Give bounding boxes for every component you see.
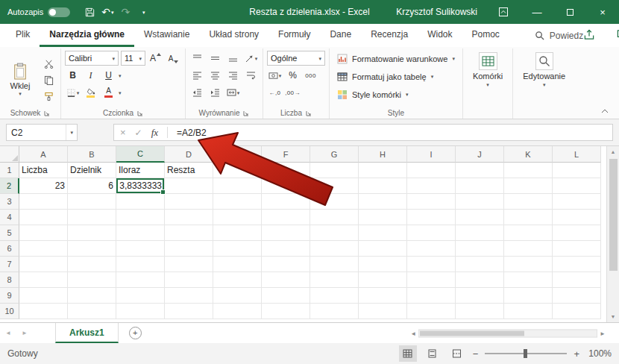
cell-C2[interactable]: 3,8333333 [116, 178, 165, 194]
cell-H7[interactable] [359, 257, 407, 272]
cell-I10[interactable] [407, 304, 456, 319]
cell-K5[interactable] [504, 225, 553, 241]
cell-B9[interactable] [68, 288, 116, 304]
cell-A9[interactable] [19, 288, 68, 304]
cell-K9[interactable] [504, 288, 553, 304]
cell-D4[interactable] [165, 210, 213, 225]
scroll-down-button[interactable]: ▼ [607, 311, 619, 322]
cell-K4[interactable] [504, 210, 553, 225]
cell-L5[interactable] [553, 225, 601, 241]
cell-F10[interactable] [262, 304, 310, 319]
cell-K7[interactable] [504, 257, 553, 272]
cell-G4[interactable] [310, 210, 359, 225]
normal-view-button[interactable] [399, 345, 417, 362]
cell-L10[interactable] [553, 304, 601, 319]
cell-C9[interactable] [116, 288, 165, 304]
formula-bar-splitter[interactable] [78, 124, 113, 141]
format-as-table-button[interactable]: Formatuj jako tabelę ▾ [333, 69, 459, 84]
cell-J4[interactable] [456, 210, 504, 225]
cell-D6[interactable] [165, 241, 213, 257]
column-header-G[interactable]: G [310, 146, 359, 163]
bold-button[interactable]: B [65, 68, 81, 83]
cell-G10[interactable] [310, 304, 359, 319]
close-button[interactable]: × [586, 0, 619, 24]
cell-F6[interactable] [262, 241, 310, 257]
autosave-switch[interactable] [48, 7, 70, 17]
font-size-select[interactable]: 11▾ [121, 51, 145, 66]
cell-A10[interactable] [19, 304, 68, 319]
align-middle-button[interactable] [207, 51, 223, 66]
align-bottom-button[interactable] [225, 51, 241, 66]
row-header-2[interactable]: 2 [0, 178, 19, 194]
tab-widok[interactable]: Widok [418, 24, 462, 47]
cell-H10[interactable] [359, 304, 407, 319]
cell-K1[interactable] [504, 163, 553, 178]
cell-B7[interactable] [68, 257, 116, 272]
cell-C7[interactable] [116, 257, 165, 272]
cell-H9[interactable] [359, 288, 407, 304]
cell-I6[interactable] [407, 241, 456, 257]
vertical-scrollbar[interactable]: ▲ ▼ [606, 146, 619, 322]
cell-L4[interactable] [553, 210, 601, 225]
select-all-corner[interactable] [0, 146, 19, 163]
cell-H6[interactable] [359, 241, 407, 257]
cell-F2[interactable] [262, 178, 310, 194]
tab-pomoc[interactable]: Pomoc [462, 24, 509, 47]
percent-style-button[interactable]: % [285, 68, 301, 83]
cell-L7[interactable] [553, 257, 601, 272]
cell-A6[interactable] [19, 241, 68, 257]
cell-E3[interactable] [213, 194, 262, 210]
tell-me-search[interactable]: Powiedz [535, 24, 583, 47]
cell-B1[interactable]: Dzielnik [68, 163, 116, 178]
cell-D7[interactable] [165, 257, 213, 272]
align-center-button[interactable] [207, 68, 223, 83]
vertical-scrollbar-thumb[interactable] [609, 159, 618, 271]
previous-sheet-button[interactable]: ◄ [0, 330, 16, 336]
insert-function-button[interactable]: fx [151, 127, 158, 139]
zoom-level[interactable]: 100% [586, 348, 612, 359]
tab-wstawianie[interactable]: Wstawianie [134, 24, 199, 47]
cell-A8[interactable] [19, 272, 68, 288]
cell-J7[interactable] [456, 257, 504, 272]
cell-J6[interactable] [456, 241, 504, 257]
cell-L8[interactable] [553, 272, 601, 288]
fill-color-button[interactable] [83, 85, 98, 100]
align-right-button[interactable] [225, 68, 241, 83]
row-header-3[interactable]: 3 [0, 194, 19, 210]
underline-caret-icon[interactable]: ▾ [119, 73, 122, 78]
cell-F1[interactable] [262, 163, 310, 178]
cell-D3[interactable] [165, 194, 213, 210]
cell-A2[interactable]: 23 [19, 178, 68, 194]
accounting-format-button[interactable]: ▾ [267, 68, 283, 83]
cell-F3[interactable] [262, 194, 310, 210]
row-header-5[interactable]: 5 [0, 225, 19, 241]
cell-G7[interactable] [310, 257, 359, 272]
orientation-button[interactable]: ▾ [243, 51, 259, 66]
cell-K3[interactable] [504, 194, 553, 210]
clipboard-dialog-launcher-icon[interactable] [44, 110, 50, 116]
user-name[interactable]: Krzysztof Sulikowski [396, 7, 477, 17]
cell-K6[interactable] [504, 241, 553, 257]
row-header-8[interactable]: 8 [0, 272, 19, 288]
customize-qat-button[interactable]: ▾ [136, 4, 151, 20]
cell-L3[interactable] [553, 194, 601, 210]
tab-plik[interactable]: Plik [6, 24, 40, 47]
horizontal-scrollbar-track[interactable] [418, 329, 597, 337]
zoom-slider[interactable] [485, 353, 567, 354]
cell-H8[interactable] [359, 272, 407, 288]
cell-L6[interactable] [553, 241, 601, 257]
column-header-I[interactable]: I [407, 146, 456, 163]
font-dialog-launcher-icon[interactable] [137, 110, 143, 116]
save-button[interactable] [82, 4, 97, 20]
cell-A4[interactable] [19, 210, 68, 225]
cell-F4[interactable] [262, 210, 310, 225]
cell-H2[interactable] [359, 178, 407, 194]
row-header-4[interactable]: 4 [0, 210, 19, 225]
enter-button[interactable]: ✓ [135, 128, 142, 138]
decrease-indent-button[interactable] [189, 85, 205, 100]
increase-font-size-button[interactable]: A [148, 51, 163, 66]
cell-I9[interactable] [407, 288, 456, 304]
cell-J5[interactable] [456, 225, 504, 241]
ribbon-display-options-button[interactable] [498, 7, 509, 17]
cell-I5[interactable] [407, 225, 456, 241]
